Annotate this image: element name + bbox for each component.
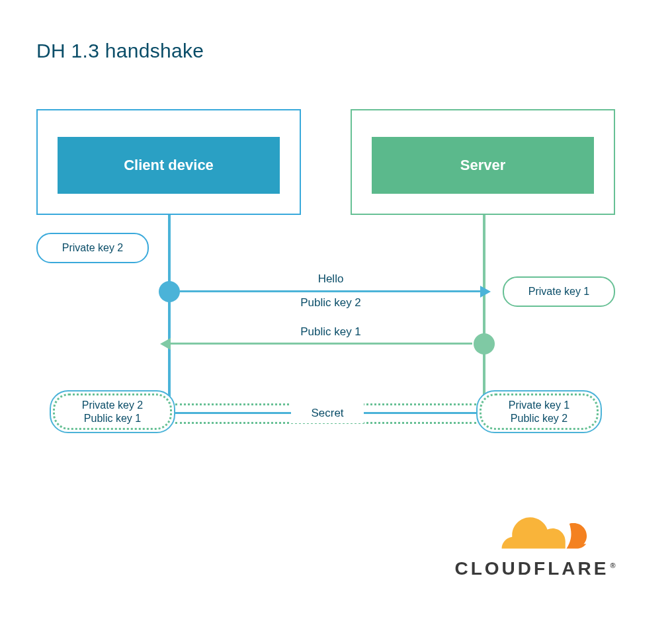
- brand-name: CLOUDFLARE®: [455, 558, 618, 579]
- registered-mark: ®: [610, 561, 618, 569]
- server-combo-line1: Private key 1: [509, 399, 569, 412]
- client-lifeline: [168, 215, 171, 403]
- server-combo-text: Private key 1 Public key 2: [476, 390, 602, 433]
- server-send-node: [474, 333, 495, 354]
- hello-arrow-head: [480, 286, 491, 298]
- client-box: Client device: [58, 137, 280, 194]
- server-lifeline: [483, 215, 485, 403]
- secret-label: Secret: [291, 403, 364, 423]
- client-label: Client device: [124, 157, 214, 174]
- client-container: Client device: [36, 109, 301, 215]
- client-private-key-label: Private key 2: [62, 241, 123, 255]
- server-box: Server: [372, 137, 594, 194]
- diagram-title: DH 1.3 handshake: [36, 40, 204, 62]
- brand-text: CLOUDFLARE: [455, 558, 609, 579]
- public-key-2-label: Public key 2: [265, 296, 397, 310]
- public1-arrow-head: [160, 338, 171, 350]
- client-key-combo: Private key 2 Public key 1: [50, 390, 175, 433]
- client-combo-line2: Public key 1: [84, 412, 141, 425]
- server-key-combo: Private key 1 Public key 2: [476, 390, 602, 433]
- server-label: Server: [460, 157, 506, 174]
- client-combo-text: Private key 2 Public key 1: [50, 390, 175, 433]
- hello-arrow-line: [180, 290, 482, 292]
- cloud-icon: [477, 509, 596, 556]
- brand-logo: CLOUDFLARE®: [437, 509, 636, 579]
- server-private-key-pill: Private key 1: [503, 276, 615, 307]
- client-combo-line1: Private key 2: [82, 399, 143, 412]
- server-container: Server: [351, 109, 615, 215]
- public1-arrow-line: [171, 343, 472, 345]
- server-combo-line2: Public key 2: [511, 412, 567, 425]
- hello-label: Hello: [265, 272, 397, 286]
- public-key-1-label: Public key 1: [265, 325, 397, 339]
- client-private-key-pill: Private key 2: [36, 233, 149, 263]
- client-send-node: [159, 281, 180, 302]
- server-private-key-label: Private key 1: [528, 285, 589, 298]
